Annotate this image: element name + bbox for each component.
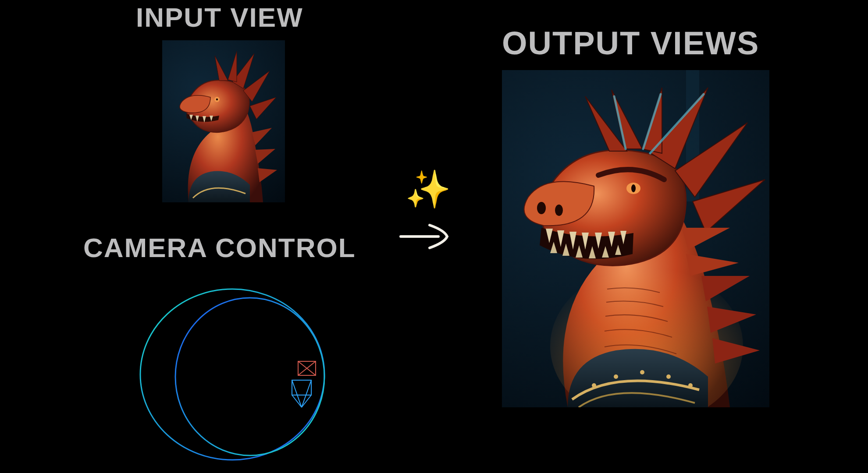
- svg-marker-12: [255, 149, 275, 164]
- svg-point-45: [614, 374, 618, 379]
- input-view-heading: INPUT VIEW: [136, 2, 303, 33]
- svg-point-32: [631, 184, 636, 192]
- camera-frustum-output: [292, 380, 311, 407]
- svg-point-50: [175, 298, 324, 455]
- camera-control-heading: CAMERA CONTROL: [83, 232, 356, 263]
- svg-marker-8: [250, 97, 276, 119]
- svg-marker-13: [258, 168, 277, 182]
- svg-marker-9: [228, 51, 237, 82]
- svg-point-17: [555, 205, 563, 216]
- svg-line-56: [302, 380, 311, 407]
- svg-marker-40: [686, 254, 739, 276]
- svg-point-47: [666, 374, 671, 379]
- svg-line-57: [292, 395, 302, 407]
- svg-line-55: [292, 380, 302, 407]
- camera-control-diagram: [136, 276, 342, 469]
- svg-point-5: [216, 99, 218, 100]
- sparkles-icon: ✨: [405, 171, 451, 208]
- svg-marker-41: [701, 276, 750, 301]
- camera-frustum-input: [298, 361, 316, 375]
- svg-point-46: [640, 370, 644, 374]
- svg-marker-39: [682, 228, 730, 250]
- svg-marker-10: [215, 56, 228, 81]
- svg-point-48: [688, 383, 693, 388]
- input-view-image: [162, 40, 285, 202]
- svg-line-58: [302, 395, 311, 407]
- svg-marker-11: [252, 128, 272, 145]
- output-views-heading: OUTPUT VIEWS: [502, 25, 759, 62]
- output-view-image: [502, 70, 769, 407]
- svg-point-44: [592, 383, 596, 388]
- svg-marker-35: [693, 180, 765, 232]
- svg-point-16: [537, 202, 546, 214]
- arrow-icon: [399, 219, 452, 250]
